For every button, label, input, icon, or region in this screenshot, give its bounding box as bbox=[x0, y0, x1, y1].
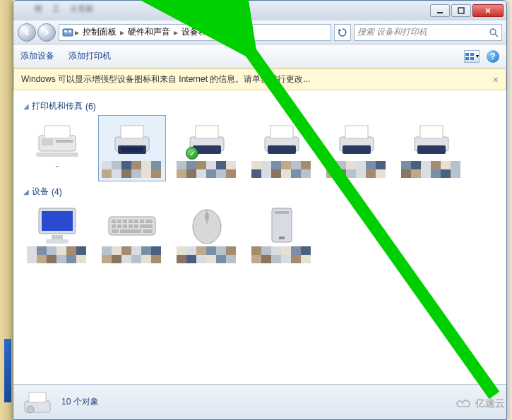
search-input[interactable]: 搜索 设备和打印机 bbox=[354, 24, 502, 41]
svg-rect-19 bbox=[121, 147, 143, 152]
address-dropdown[interactable]: ▾ bbox=[236, 25, 247, 40]
svg-line-6 bbox=[495, 34, 498, 37]
svg-rect-38 bbox=[117, 220, 121, 223]
svg-point-5 bbox=[490, 29, 496, 35]
device-item-fax[interactable]: - bbox=[23, 115, 91, 181]
collapse-triangle-icon: ◢ bbox=[23, 188, 29, 196]
device-item-printer-default[interactable]: ✓ bbox=[173, 115, 241, 181]
svg-rect-50 bbox=[112, 229, 119, 233]
svg-rect-40 bbox=[129, 220, 133, 223]
item-label-pixelated bbox=[102, 246, 162, 263]
external-drive-icon bbox=[266, 205, 297, 245]
svg-rect-14 bbox=[56, 140, 73, 143]
content-area: ◢ 打印机和传真 (6) - bbox=[13, 90, 506, 394]
svg-rect-42 bbox=[140, 220, 144, 223]
add-printer-button[interactable]: 添加打印机 bbox=[69, 50, 111, 62]
collapse-triangle-icon: ◢ bbox=[23, 102, 29, 110]
device-item-monitor[interactable] bbox=[23, 200, 91, 267]
group-count: (4) bbox=[52, 187, 62, 197]
forward-button[interactable] bbox=[37, 23, 56, 42]
svg-rect-3 bbox=[64, 30, 67, 32]
fax-icon bbox=[35, 121, 80, 158]
svg-rect-46 bbox=[123, 224, 127, 228]
item-label-pixelated: - bbox=[27, 161, 88, 178]
device-item-mouse[interactable] bbox=[173, 200, 241, 267]
svg-rect-15 bbox=[36, 152, 78, 157]
keyboard-icon bbox=[107, 211, 157, 239]
device-item-printer[interactable] bbox=[323, 115, 391, 181]
device-item-keyboard[interactable] bbox=[98, 200, 166, 267]
svg-rect-33 bbox=[42, 211, 73, 231]
svg-rect-7 bbox=[465, 53, 469, 56]
svg-rect-43 bbox=[145, 220, 153, 223]
svg-rect-13 bbox=[42, 138, 53, 145]
item-label-pixelated bbox=[251, 246, 312, 263]
refresh-button[interactable] bbox=[334, 24, 351, 41]
chevron-right-icon: ▸ bbox=[174, 28, 178, 37]
svg-point-60 bbox=[27, 406, 34, 413]
monitor-icon bbox=[35, 205, 80, 245]
svg-rect-21 bbox=[196, 126, 218, 138]
item-label-pixelated bbox=[177, 246, 237, 263]
minimize-button[interactable] bbox=[430, 4, 450, 17]
default-check-badge-icon: ✓ bbox=[186, 147, 198, 160]
svg-rect-44 bbox=[112, 224, 116, 228]
maximize-button[interactable] bbox=[451, 4, 471, 17]
svg-rect-45 bbox=[117, 224, 121, 228]
device-item-printer-selected[interactable] bbox=[98, 115, 166, 181]
svg-rect-12 bbox=[44, 126, 70, 138]
svg-rect-4 bbox=[69, 30, 71, 32]
svg-rect-52 bbox=[143, 229, 153, 233]
svg-rect-24 bbox=[270, 126, 293, 138]
svg-rect-47 bbox=[129, 224, 133, 228]
breadcrumb-seg-1[interactable]: 硬件和声音 bbox=[126, 26, 172, 38]
breadcrumb-seg-0[interactable]: 控制面板 bbox=[81, 26, 119, 38]
blurred-title-text: 程工主页面 bbox=[35, 4, 93, 14]
explorer-window: 程工主页面 ▸ 控制面板 ▸ 硬件和声音 ▸ 设备和打印机 ▾ 搜索 设备和打印… bbox=[13, 0, 507, 420]
info-bar[interactable]: Windows 可以显示增强型设备图标和来自 Internet 的信息。请单击进… bbox=[13, 68, 506, 90]
svg-rect-25 bbox=[268, 145, 296, 154]
search-icon bbox=[489, 28, 499, 37]
svg-rect-56 bbox=[275, 211, 289, 214]
info-bar-text: Windows 可以显示增强型设备图标和来自 Internet 的信息。请单击进… bbox=[21, 73, 310, 85]
svg-rect-35 bbox=[46, 239, 69, 244]
printer-icon bbox=[409, 121, 454, 158]
devices-summary-icon bbox=[22, 388, 53, 416]
view-options-button[interactable]: ▾ bbox=[464, 50, 480, 63]
breadcrumb-seg-2[interactable]: 设备和打印机 bbox=[179, 26, 234, 38]
svg-rect-10 bbox=[470, 57, 474, 60]
printer-icon bbox=[109, 121, 155, 158]
chevron-right-icon: ▸ bbox=[75, 28, 79, 37]
svg-rect-0 bbox=[437, 12, 443, 13]
device-item-printer[interactable] bbox=[248, 115, 316, 181]
address-bar[interactable]: ▸ 控制面板 ▸ 硬件和声音 ▸ 设备和打印机 ▾ bbox=[59, 24, 331, 41]
close-button[interactable] bbox=[472, 4, 504, 17]
navigation-bar: ▸ 控制面板 ▸ 硬件和声音 ▸ 设备和打印机 ▾ 搜索 设备和打印机 bbox=[13, 20, 506, 44]
svg-rect-39 bbox=[123, 220, 127, 223]
svg-rect-1 bbox=[458, 8, 464, 13]
command-toolbar: 添加设备 添加打印机 ▾ ? bbox=[13, 44, 506, 68]
svg-rect-49 bbox=[140, 224, 153, 228]
svg-rect-27 bbox=[345, 126, 368, 138]
help-button[interactable]: ? bbox=[487, 50, 499, 63]
item-label-pixelated bbox=[27, 246, 88, 263]
group-count: (6) bbox=[85, 102, 96, 112]
group-header-printers[interactable]: ◢ 打印机和传真 (6) bbox=[23, 100, 496, 112]
status-bar: 10 个对象 bbox=[13, 384, 506, 419]
mouse-icon bbox=[189, 205, 225, 245]
group-header-devices[interactable]: ◢ 设备 (4) bbox=[23, 186, 496, 198]
device-item-printer[interactable] bbox=[398, 115, 465, 181]
item-label-pixelated bbox=[177, 161, 237, 178]
item-label-pixelated bbox=[102, 161, 162, 178]
svg-rect-30 bbox=[420, 126, 443, 138]
add-device-button[interactable]: 添加设备 bbox=[20, 50, 54, 62]
svg-rect-17 bbox=[121, 126, 143, 138]
svg-rect-28 bbox=[343, 145, 371, 154]
back-button[interactable] bbox=[18, 23, 36, 42]
group-label: 打印机和传真 bbox=[32, 100, 83, 112]
svg-rect-31 bbox=[417, 145, 446, 154]
printers-items: - ✓ bbox=[23, 115, 496, 181]
device-item-drive[interactable] bbox=[248, 200, 316, 267]
svg-rect-34 bbox=[52, 235, 63, 239]
info-bar-close[interactable]: × bbox=[493, 74, 499, 85]
